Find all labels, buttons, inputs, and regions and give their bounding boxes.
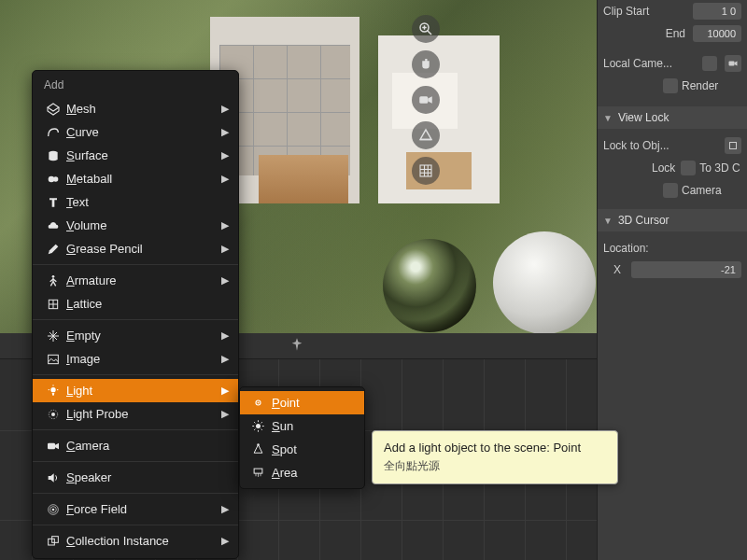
render-label: Render [682, 79, 718, 92]
armature-icon [46, 273, 66, 288]
menu-item-label: Armature [66, 273, 221, 287]
menu-item-armature[interactable]: Armature▶ [33, 269, 238, 292]
camera-gizmo[interactable] [412, 86, 440, 114]
menu-item-label: Speaker [66, 470, 229, 484]
svg-line-51 [254, 429, 255, 430]
submenu-item-spot[interactable]: Spot [240, 438, 364, 461]
svg-rect-4 [419, 96, 428, 104]
light-submenu: PointSunSpotArea [239, 386, 365, 489]
grid-gizmo[interactable] [412, 157, 440, 185]
submenu-item-label: Spot [272, 442, 297, 456]
menu-item-metaball[interactable]: Metaball▶ [33, 167, 238, 190]
render-checkbox[interactable] [663, 78, 678, 93]
menu-item-label: Metaball [66, 172, 221, 186]
point-light-icon [251, 396, 272, 410]
submenu-arrow-icon: ▶ [221, 274, 229, 287]
location-x-field[interactable]: -21 [631, 261, 741, 278]
curve-icon [46, 125, 66, 140]
menu-item-empty[interactable]: Empty▶ [33, 324, 238, 347]
menu-item-forcefield[interactable]: Force Field▶ [33, 497, 238, 521]
submenu-arrow-icon: ▶ [221, 103, 229, 115]
clip-end-label: End [603, 27, 693, 40]
svg-point-43 [256, 424, 261, 428]
preview-sphere-matte [493, 231, 596, 334]
submenu-arrow-icon: ▶ [221, 173, 229, 185]
add-menu-title: Add [33, 71, 238, 97]
menu-item-label: Grease Pencil [66, 242, 221, 256]
svg-line-50 [261, 422, 262, 423]
menu-item-lattice[interactable]: Lattice [33, 292, 238, 315]
preview-sphere-chrome [383, 239, 476, 332]
svg-point-42 [258, 402, 260, 404]
image-icon [46, 352, 66, 367]
camera-icon[interactable] [725, 55, 741, 72]
pin-icon[interactable] [289, 337, 304, 355]
submenu-item-sun[interactable]: Sun [240, 414, 364, 438]
svg-point-14 [53, 176, 58, 181]
clip-end-field[interactable]: 10000 [693, 25, 741, 42]
perspective-gizmo[interactable] [412, 121, 440, 149]
submenu-item-label: Sun [272, 419, 293, 433]
menu-item-label: Light [66, 384, 221, 398]
svg-rect-6 [420, 165, 431, 176]
menu-item-image[interactable]: Image▶ [33, 347, 238, 371]
submenu-arrow-icon: ▶ [221, 243, 229, 255]
camera-icon [46, 439, 66, 454]
svg-line-49 [261, 429, 262, 430]
menu-item-volume[interactable]: Volume▶ [33, 214, 238, 237]
menu-item-lightprobe[interactable]: Light Probe▶ [33, 402, 238, 426]
menu-item-speaker[interactable]: Speaker [33, 466, 238, 489]
metaball-icon [46, 172, 66, 187]
svg-rect-28 [49, 355, 59, 363]
menu-item-label: Lattice [66, 297, 229, 311]
svg-point-52 [257, 443, 260, 446]
menu-item-label: Collection Instance [66, 534, 221, 548]
lock-to-obj-label: Lock to Obj... [603, 139, 721, 152]
menu-item-label: Text [66, 195, 229, 209]
pan-gizmo[interactable] [412, 50, 440, 78]
submenu-arrow-icon: ▶ [221, 126, 229, 138]
grease-icon [46, 242, 66, 257]
menu-item-curve[interactable]: Curve▶ [33, 120, 238, 144]
clip-start-field[interactable]: 1 0 [693, 3, 741, 20]
local-camera-checkbox[interactable] [702, 56, 717, 71]
lock-camera-checkbox[interactable] [663, 183, 678, 198]
svg-point-36 [52, 508, 55, 511]
tooltip-line1: Add a light object to the scene: Point [384, 441, 606, 455]
svg-line-19 [50, 281, 53, 286]
menu-item-collinst[interactable]: Collection Instance▶ [33, 529, 238, 553]
menu-item-surface[interactable]: Surface▶ [33, 144, 238, 167]
svg-rect-11 [729, 62, 735, 66]
cursor-header[interactable]: ▼3D Cursor [598, 209, 747, 231]
volume-icon [46, 218, 66, 233]
menu-item-label: Mesh [66, 102, 221, 116]
menu-item-label: Force Field [66, 502, 221, 516]
lock-to-obj-picker[interactable] [725, 137, 741, 154]
lock-to-3d-checkbox[interactable] [681, 161, 696, 175]
light-icon [46, 384, 66, 399]
menu-item-label: Surface [66, 148, 221, 162]
menu-item-light[interactable]: Light▶ [33, 379, 238, 402]
submenu-item-point[interactable]: Point [240, 391, 364, 414]
svg-rect-39 [49, 539, 55, 545]
svg-line-20 [53, 281, 56, 286]
menu-item-label: Empty [66, 329, 221, 343]
submenu-arrow-icon: ▶ [221, 149, 229, 161]
view-lock-header[interactable]: ▼View Lock [598, 106, 747, 129]
menu-item-text[interactable]: Text [33, 190, 238, 214]
lightprobe-icon [46, 407, 66, 422]
surface-icon [46, 148, 66, 163]
menu-item-grease[interactable]: Grease Pencil▶ [33, 237, 238, 260]
zoom-gizmo[interactable] [412, 15, 440, 43]
submenu-item-area[interactable]: Area [240, 461, 364, 484]
to-3d-cursor-label: To 3D C [699, 161, 740, 175]
svg-rect-53 [254, 469, 262, 473]
add-menu: Add Mesh▶Curve▶Surface▶Metaball▶TextVolu… [32, 70, 239, 559]
tooltip: Add a light object to the scene: Point 全… [372, 430, 618, 484]
menu-item-camera[interactable]: Camera [33, 434, 238, 457]
lock-camera-label: Camera [682, 184, 722, 197]
clip-start-label: Clip Start [603, 5, 693, 18]
menu-item-mesh[interactable]: Mesh▶ [33, 97, 238, 120]
submenu-arrow-icon: ▶ [221, 385, 229, 397]
lock-label: Lock [652, 161, 675, 175]
